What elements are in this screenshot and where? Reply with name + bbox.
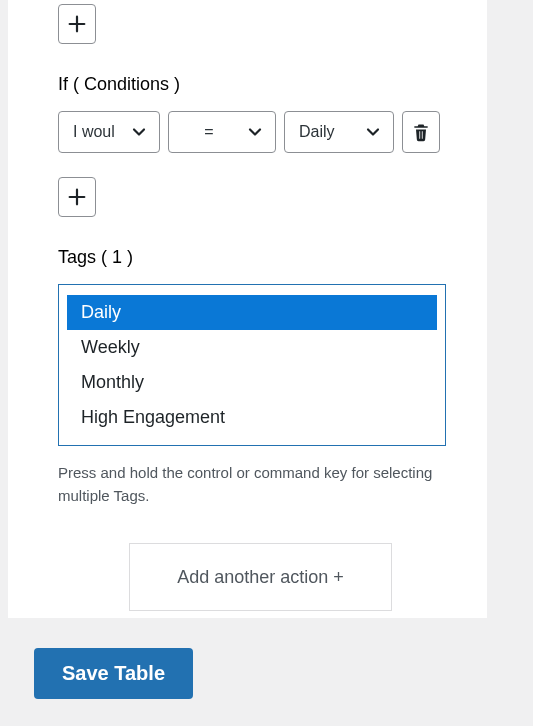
- tag-option[interactable]: Weekly: [67, 330, 437, 365]
- tag-option[interactable]: Monthly: [67, 365, 437, 400]
- condition-field-value: I woul: [73, 123, 115, 141]
- delete-condition-button[interactable]: [402, 111, 440, 153]
- condition-field-select[interactable]: I woul: [58, 111, 160, 153]
- tag-option[interactable]: High Engagement: [67, 400, 437, 435]
- add-recipient-button[interactable]: [58, 4, 96, 44]
- tag-option[interactable]: Medium Engagement: [67, 435, 437, 446]
- tags-multiselect[interactable]: Daily Weekly Monthly High Engagement Med…: [58, 284, 446, 446]
- condition-value-select[interactable]: Daily: [284, 111, 394, 153]
- footer-bar: Save Table: [0, 618, 533, 726]
- tags-help-text: Press and hold the control or command ke…: [58, 462, 438, 507]
- tag-option[interactable]: Daily: [67, 295, 437, 330]
- condition-row: I woul = Daily: [58, 111, 463, 153]
- chevron-down-icon: [363, 122, 383, 142]
- condition-operator-select[interactable]: =: [168, 111, 276, 153]
- save-table-button[interactable]: Save Table: [34, 648, 193, 699]
- action-panel: If ( Conditions ) I woul = Daily Tags ( …: [8, 0, 487, 618]
- condition-operator-value: =: [183, 123, 235, 141]
- conditions-heading: If ( Conditions ): [58, 74, 463, 95]
- chevron-down-icon: [129, 122, 149, 142]
- plus-icon: [66, 13, 88, 35]
- chevron-down-icon: [245, 122, 265, 142]
- add-another-action-button[interactable]: Add another action +: [129, 543, 392, 611]
- plus-icon: [66, 186, 88, 208]
- condition-value-value: Daily: [299, 123, 335, 141]
- main-scroll-area[interactable]: If ( Conditions ) I woul = Daily Tags ( …: [0, 0, 495, 618]
- add-condition-button[interactable]: [58, 177, 96, 217]
- trash-icon: [411, 121, 431, 143]
- tags-heading: Tags ( 1 ): [58, 247, 463, 268]
